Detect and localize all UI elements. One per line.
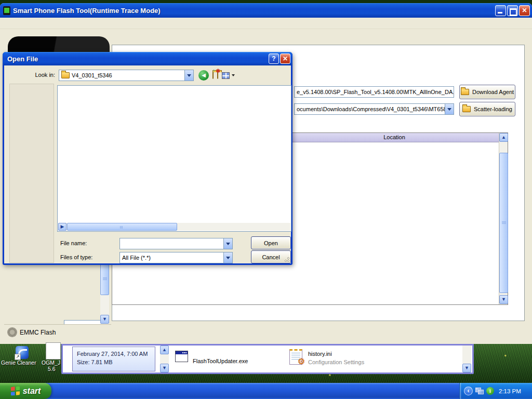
menu-bar [0,18,532,29]
taskbar: start ‹ i 2:13 PM [0,383,532,399]
scroll-thumb[interactable] [67,223,177,231]
dropdown-arrow-icon[interactable] [184,70,193,81]
start-button[interactable]: start [0,383,51,399]
table-vertical-scrollbar[interactable]: ▲ ▼ [499,133,508,304]
scroll-thumb[interactable] [100,263,109,295]
file-name-label: File name: [60,240,87,246]
open-button[interactable]: Open [251,236,291,249]
desktop-icon-label[interactable]: Genie Cleaner [1,360,36,366]
dialog-title-bar[interactable]: Open File ? ✕ [3,52,292,65]
folder-window-fragment: February 27, 2014, 7:00 AM Size: 7.81 MB… [61,344,474,374]
resize-grip[interactable] [283,256,290,262]
dropdown-arrow-icon[interactable] [223,238,232,249]
window-title: Smart Phone Flash Tool(Runtime Trace Mod… [13,7,494,15]
desktop-icon-label[interactable]: OGM_J [42,360,60,366]
dropdown-arrow-icon[interactable] [223,252,232,263]
windows-flag-icon [11,386,20,395]
maximize-button[interactable] [507,5,518,16]
exe-file-icon[interactable] [175,351,188,362]
file-name-input[interactable] [119,238,233,249]
files-of-type-combobox[interactable]: All File (*.*) [119,252,233,263]
view-menu-caret-icon[interactable] [232,74,235,76]
look-in-combobox[interactable]: V4_0301_t5346 [59,70,194,81]
desktop-icon-label2[interactable]: 5.6 [48,366,56,372]
scroll-up-arrow[interactable]: ▲ [499,133,508,142]
ogm-file-icon[interactable] [46,342,61,360]
dialog-close-button[interactable]: ✕ [280,54,290,64]
explorer-scrollbar[interactable]: ▲ ▼ [160,345,169,373]
scroll-down-arrow[interactable]: ▼ [100,315,109,324]
scroll-down-arrow[interactable]: ▼ [160,364,169,373]
tray-collapse-icon[interactable]: ‹ [464,387,473,395]
ini-file-subtitle: Configuration Settings [308,359,364,365]
dialog-toolbar: ◀ ↑ ✱ [198,70,235,81]
scatter-loading-button[interactable]: Scatter-loading [459,102,515,116]
close-button[interactable]: ✕ [519,5,530,16]
scroll-right-arrow[interactable]: ▶ [58,223,66,231]
clipped-field[interactable] [64,320,101,324]
title-bar[interactable]: Smart Phone Flash Tool(Runtime Trace Mod… [0,3,532,18]
dropdown-arrow-icon[interactable] [445,104,454,114]
scroll-up-arrow[interactable]: ▲ [160,345,169,354]
explorer-scrollbar-right[interactable]: ▼ [462,345,471,373]
help-button[interactable]: ? [269,54,279,64]
system-tray: ‹ i 2:13 PM [459,383,532,399]
desktop-area: Genie Cleaner OGM_J 5.6 February 27, 201… [0,344,532,383]
file-list-horizontal-scrollbar[interactable]: ◀ ▶ [58,223,290,231]
scroll-down-arrow[interactable]: ▼ [499,295,508,304]
location-column-header[interactable]: Location [291,133,498,142]
genie-cleaner-icon[interactable] [16,346,29,359]
gear-icon [8,328,16,336]
download-agent-path-field[interactable]: e_v5.1408.00\SP_Flash_Tool_v5.1408.00\MT… [294,86,454,98]
app-phone-icon [3,6,10,15]
places-bar [9,84,54,263]
exe-file-label[interactable]: FlashToolUpdater.exe [193,358,248,364]
scatter-file-combobox[interactable]: ocuments\Downloads\Compressed\V4_0301_t5… [294,103,454,115]
ini-file-label[interactable]: history.ini [308,351,332,357]
desktop-screen: Smart Phone Flash Tool(Runtime Trace Mod… [0,0,532,399]
folder-icon [61,72,70,78]
up-one-level-icon[interactable]: ↑ [212,72,214,78]
view-menu-icon[interactable] [222,72,230,79]
download-agent-button[interactable]: Download Agent [459,85,515,99]
dialog-title: Open File [7,55,268,63]
minimize-button[interactable] [495,5,506,16]
status-bar [112,329,530,339]
scroll-down-arrow[interactable]: ▼ [462,364,471,373]
tray-clock: 2:13 PM [499,388,521,394]
scroll-thumb[interactable] [499,153,508,293]
files-of-type-label: Files of type: [60,254,92,260]
emmc-flash-section[interactable]: EMMC Flash [4,324,111,340]
file-list[interactable]: ◀ ▶ [57,85,291,232]
network-icon[interactable] [475,388,484,394]
open-file-dialog: Open File ? ✕ Look in: V4_0301_t5346 ◀ ↑… [3,52,292,265]
file-info-tooltip: February 27, 2014, 7:00 AM Size: 7.81 MB [72,347,155,371]
folder-icon [462,106,471,112]
new-folder-icon[interactable]: ✱ [217,72,218,78]
panel-scrollbar[interactable]: ▼ [100,263,109,324]
info-icon[interactable]: i [486,387,494,395]
look-in-label: Look in: [23,72,55,78]
ini-file-icon[interactable] [289,349,302,365]
back-icon[interactable]: ◀ [198,70,209,81]
folder-icon [461,89,469,95]
